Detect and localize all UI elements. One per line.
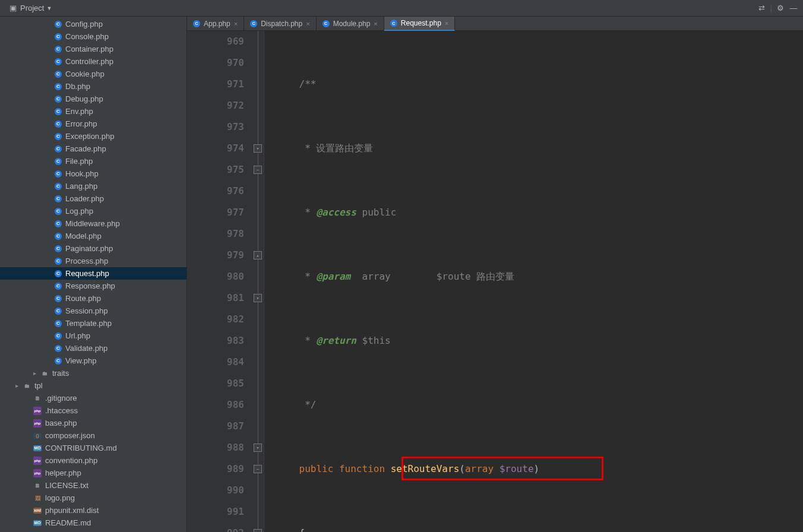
tree-item-facade-php[interactable]: CFacade.php (0, 142, 186, 155)
php-class-icon: C (55, 283, 62, 290)
fold-marker-icon[interactable]: ▾ (254, 294, 262, 302)
tree-item-readme-md[interactable]: MDREADME.md (0, 517, 186, 529)
settings-slider-icon[interactable]: ⇄ (757, 4, 767, 13)
annotation-box (402, 457, 603, 480)
tree-item-traits[interactable]: ▸🖿traits (0, 367, 186, 379)
tree-item-route-php[interactable]: CRoute.php (0, 292, 186, 305)
php-class-icon: C (55, 46, 62, 53)
tree-item-process-php[interactable]: CProcess.php (0, 255, 186, 267)
line-number: 975 (187, 159, 244, 180)
tree-item-response-php[interactable]: CResponse.php (0, 280, 186, 292)
tree-item-model-php[interactable]: CModel.php (0, 230, 186, 242)
minimize-icon[interactable]: — (789, 4, 798, 13)
tree-item-console-php[interactable]: CConsole.php (0, 30, 186, 43)
php-class-icon: C (55, 332, 62, 340)
fold-marker-icon[interactable]: ▾ (254, 144, 262, 153)
tab-request[interactable]: CRequest.php× (384, 17, 456, 31)
tree-item--htaccess[interactable]: php.htaccess (0, 404, 186, 417)
line-number: 992 (187, 522, 244, 532)
docblock-open: /** (299, 78, 317, 90)
doc-desc: * 设置路由变量 (299, 142, 374, 154)
expand-arrow-icon[interactable]: ▸ (33, 370, 39, 376)
expand-arrow-icon[interactable]: ▸ (15, 382, 21, 389)
tree-item-env-php[interactable]: CEnv.php (0, 105, 186, 118)
tree-item-base-php[interactable]: phpbase.php (0, 417, 186, 429)
tree-item-logo-png[interactable]: 🖼logo.png (0, 492, 186, 504)
file-label: Lang.php (65, 182, 97, 191)
tree-item-composer-json[interactable]: {}composer.json (0, 429, 186, 442)
line-number: 988 (187, 437, 244, 458)
fold-marker-icon[interactable]: − (254, 465, 262, 473)
tree-item-session-php[interactable]: CSession.php (0, 305, 186, 317)
fold-marker-icon[interactable]: ▴ (254, 529, 262, 532)
fold-strip: ▾−▴▾▾−▴ (252, 31, 264, 532)
tab-label: Module.php (333, 20, 371, 28)
tree-item-debug-php[interactable]: CDebug.php (0, 93, 186, 105)
php-class-icon: C (55, 58, 62, 65)
tree-item-middleware-php[interactable]: CMiddleware.php (0, 217, 186, 230)
tree-item-config-php[interactable]: CConfig.php (0, 18, 186, 30)
php-class-icon: C (250, 20, 257, 27)
fold-marker-icon[interactable]: ▾ (254, 444, 262, 452)
file-label: Container.php (65, 45, 113, 53)
top-toolbar: ▣ Project ▼ ⇄ | ⚙ — (0, 0, 803, 17)
php-class-icon: C (193, 20, 200, 27)
markdown-icon: MD (33, 520, 42, 526)
code-editor[interactable]: /** * 设置路由变量 * @access public * @param a… (264, 31, 803, 532)
tree-item-license-txt[interactable]: 🗎LICENSE.txt (0, 479, 186, 492)
file-label: Facade.php (65, 144, 106, 153)
tree-item-container-php[interactable]: CContainer.php (0, 43, 186, 55)
tree-item-cookie-php[interactable]: CCookie.php (0, 68, 186, 80)
file-label: Error.php (65, 119, 97, 128)
tree-item-paginator-php[interactable]: CPaginator.php (0, 242, 186, 255)
close-icon[interactable]: × (374, 20, 377, 27)
tree-item-loader-php[interactable]: CLoader.php (0, 192, 186, 205)
tree-item-view-php[interactable]: CView.php (0, 354, 186, 367)
tree-item-helper-php[interactable]: phphelper.php (0, 467, 186, 479)
close-icon[interactable]: × (306, 20, 309, 27)
fold-marker-icon[interactable]: ▴ (254, 251, 262, 259)
close-icon[interactable]: × (445, 20, 448, 27)
tree-item-hook-php[interactable]: CHook.php (0, 167, 186, 180)
line-number: 983 (187, 330, 244, 352)
tree-item-error-php[interactable]: CError.php (0, 118, 186, 130)
tree-item--gitignore[interactable]: 🗎.gitignore (0, 392, 186, 404)
close-icon[interactable]: × (234, 20, 238, 27)
tree-item-contributing-md[interactable]: MDCONTRIBUTING.md (0, 442, 186, 454)
tree-item-url-php[interactable]: CUrl.php (0, 330, 186, 342)
tree-item-template-php[interactable]: CTemplate.php (0, 317, 186, 330)
tree-item-phpunit-xml-dist[interactable]: xmlphpunit.xml.dist (0, 504, 186, 517)
file-label: Session.php (65, 306, 108, 315)
file-label: base.php (45, 419, 77, 428)
tree-item-request-php[interactable]: CRequest.php (0, 267, 186, 280)
tree-item-log-php[interactable]: CLog.php (0, 205, 186, 217)
line-number: 980 (187, 266, 244, 287)
tab-dispatch[interactable]: CDispatch.php× (244, 17, 316, 30)
php-file-icon: php (33, 457, 42, 465)
tree-item-exception-php[interactable]: CException.php (0, 130, 186, 142)
project-selector[interactable]: ▣ Project ▼ (5, 2, 55, 14)
project-tree[interactable]: CConfig.phpCConsole.phpCContainer.phpCCo… (0, 17, 187, 532)
tree-item-tpl[interactable]: ▸🖿tpl (0, 379, 186, 392)
file-label: Console.php (65, 32, 109, 41)
tree-item-validate-php[interactable]: CValidate.php (0, 342, 186, 354)
tab-app[interactable]: CApp.php× (187, 17, 244, 30)
php-class-icon: C (55, 121, 62, 128)
php-class-icon: C (55, 208, 62, 215)
file-label: Cookie.php (65, 69, 105, 78)
line-number: 986 (187, 394, 244, 416)
fold-marker-icon[interactable]: − (254, 166, 262, 174)
tree-item-lang-php[interactable]: CLang.php (0, 180, 186, 192)
line-number: 977 (187, 202, 244, 223)
tab-module[interactable]: CModule.php× (317, 17, 384, 30)
tree-item-db-php[interactable]: CDb.php (0, 80, 186, 93)
tree-item-controller-php[interactable]: CController.php (0, 55, 186, 68)
tree-item-convention-php[interactable]: phpconvention.php (0, 454, 186, 467)
line-number: 979 (187, 245, 244, 266)
gear-icon[interactable]: ⚙ (776, 4, 785, 13)
line-number: 971 (187, 74, 244, 95)
line-number: 987 (187, 416, 244, 437)
editor-tabs: CApp.php×CDispatch.php×CModule.php×CRequ… (187, 17, 803, 31)
php-class-icon: C (55, 195, 62, 202)
tree-item-file-php[interactable]: CFile.php (0, 155, 186, 167)
